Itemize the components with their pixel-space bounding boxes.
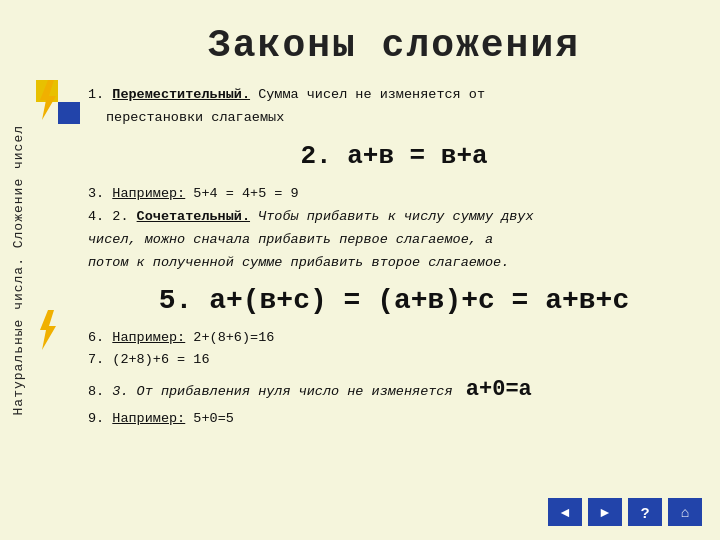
item-7: 7. (2+8)+6 = 16	[88, 350, 700, 371]
item-9: 9. Например: 5+0=5	[88, 409, 700, 430]
svg-marker-0	[40, 80, 56, 120]
next-button[interactable]: ►	[588, 498, 622, 526]
item-8-formula: а+0=а	[453, 377, 532, 402]
sidebar-text: Натуральные числа. Сложение чисел	[11, 125, 26, 415]
item-1-text2: перестановки слагаемых	[106, 110, 284, 125]
item-8-num: 8.	[88, 384, 112, 399]
lightning-bolt-top	[36, 80, 58, 120]
item-1-label: Переместительный.	[112, 87, 250, 102]
nav-buttons: ◄ ► ? ⌂	[548, 498, 702, 526]
item-6-example: Например:	[112, 330, 185, 345]
content-area: 1. Переместительный. Сумма чисел не изме…	[88, 85, 700, 430]
item-1: 1. Переместительный. Сумма чисел не изме…	[88, 85, 700, 106]
item-9-num: 9.	[88, 411, 112, 426]
main-content: Законы сложения 1. Переместительный. Сум…	[36, 0, 720, 540]
formula-2-text: 5. а+(в+с) = (а+в)+с = а+в+с	[159, 285, 629, 316]
item-1-line2: перестановки слагаемых	[106, 108, 700, 129]
item-3-num: 3.	[88, 186, 112, 201]
item-4-text1: Чтобы прибавить к числу сумму двух	[250, 209, 534, 224]
formula-1: 2. а+в = в+а	[88, 137, 700, 176]
formula-2: 5. а+(в+с) = (а+в)+с = а+в+с	[88, 280, 700, 322]
item-6-num: 6.	[88, 330, 112, 345]
item-3: 3. Например: 5+4 = 4+5 = 9	[88, 184, 700, 205]
item-6: 6. Например: 2+(8+6)=16	[88, 328, 700, 349]
item-4-line1: 4. 2. Сочетательный. Чтобы прибавить к ч…	[88, 207, 700, 228]
item-7-text: 7. (2+8)+6 = 16	[88, 352, 210, 367]
item-4-line2: чисел, можно сначала прибавить первое сл…	[88, 230, 700, 251]
item-3-text: 5+4 = 4+5 = 9	[185, 186, 298, 201]
item-4-text3: потом к полученной сумме прибавить второ…	[88, 255, 509, 270]
slide: Натуральные числа. Сложение чисел Законы…	[0, 0, 720, 540]
item-3-example: Например:	[112, 186, 185, 201]
item-6-text: 2+(8+6)=16	[185, 330, 274, 345]
item-4-num: 4. 2.	[88, 209, 137, 224]
lightning-bolt-mid	[36, 310, 58, 350]
item-4-text2: чисел, можно сначала прибавить первое сл…	[88, 232, 493, 247]
item-4-label: Сочетательный.	[137, 209, 250, 224]
sidebar: Натуральные числа. Сложение чисел	[0, 0, 36, 540]
item-4-line3: потом к полученной сумме прибавить второ…	[88, 253, 700, 274]
corner-blue	[58, 102, 80, 124]
page-title: Законы сложения	[88, 24, 700, 67]
svg-marker-1	[40, 310, 56, 350]
item-9-example: Например:	[112, 411, 185, 426]
item-1-num: 1.	[88, 87, 112, 102]
formula-1-text: 2. а+в = в+а	[300, 141, 487, 171]
question-button[interactable]: ?	[628, 498, 662, 526]
item-8: 8. 3. От прибавления нуля число не измен…	[88, 373, 700, 407]
item-8-text: 3. От прибавления нуля число не изменяет…	[112, 384, 452, 399]
item-1-text1: Сумма чисел не изменяется от	[250, 87, 485, 102]
home-button[interactable]: ⌂	[668, 498, 702, 526]
prev-button[interactable]: ◄	[548, 498, 582, 526]
item-9-text: 5+0=5	[185, 411, 234, 426]
